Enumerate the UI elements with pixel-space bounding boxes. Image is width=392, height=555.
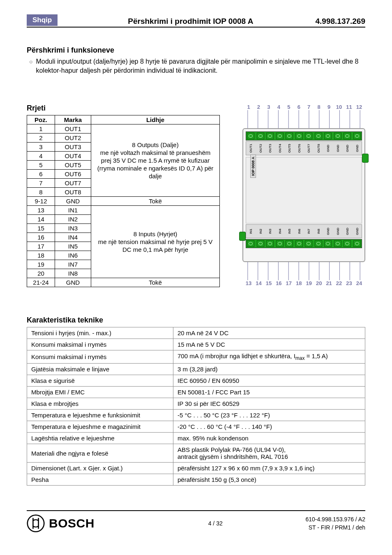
side-connector-left — [239, 232, 246, 241]
document-title: Përshkrimi i prodhimit IOP 0008 A — [66, 17, 315, 26]
table-row: Temperatura e lejueshme e funksionimit-5… — [27, 410, 365, 421]
brand-logo: BOSCH — [27, 514, 125, 532]
function-bullet: ○ Moduli input/output (dalje/hyrje) jep … — [29, 57, 365, 75]
module-body: IOP 0008 A — [246, 157, 362, 223]
table-row: Konsumi maksimal i rrymës15 mA në 5 V DC — [27, 339, 365, 350]
table-row: Klasa e mbrojtjesIP 30 si për IEC 60529 — [27, 398, 365, 410]
page-number: 4 / 32 — [125, 520, 305, 527]
footer-meta: 610-4.998.153.976 / A2 ST - FIR / PRM1 /… — [305, 515, 365, 532]
table-row: Lagështia relative e lejueshmemax. 95% n… — [27, 433, 365, 444]
table-row: Temperatura e lejueshme e magazinimit-20… — [27, 421, 365, 433]
connection-table: Poz. Marka Lidhje 1OUT18 Outputs (Dalje)… — [27, 115, 220, 287]
table-row: Peshapërafërsisht 150 g (5,3 oncë) — [27, 474, 365, 486]
table-row: Materiali dhe ngjyra e folesëABS plastik… — [27, 444, 365, 463]
section-network-heading: Rrjeti — [27, 104, 220, 113]
language-tag: Shqip — [27, 14, 58, 26]
table-row: Mbrojtja EMI / EMCEN 50081-1 / FCC Part … — [27, 387, 365, 398]
chip-label: IOP 0008 A — [250, 154, 256, 178]
bottom-pin-numbers: 131415161718192021222324 — [242, 280, 365, 286]
page-footer: BOSCH 4 / 32 610-4.998.153.976 / A2 ST -… — [27, 510, 365, 532]
function-text: Moduli input/output (dalje/hyrje) jep 8 … — [36, 57, 365, 75]
module-box: OUT1OUT2OUT3OUT4OUT5OUT6OUT7OUT8GNDGNDGN… — [242, 128, 365, 262]
module-diagram: 123456789101112 OUT1OUT2OUT3OUT4OUT5OUT6… — [242, 104, 365, 286]
section-specs-heading: Karakteristika teknike — [27, 316, 365, 325]
outputs-description: 8 Outputs (Dalje)me një voltazh maksimal… — [91, 124, 220, 197]
top-lead-lines — [242, 110, 365, 128]
top-terminal-block — [246, 131, 362, 140]
table-row: Tensioni i hyrjes (min. - max.)20 mA në … — [27, 327, 365, 339]
table-row: 1OUT18 Outputs (Dalje)me një voltazh mak… — [27, 124, 220, 134]
top-pin-labels: OUT1OUT2OUT3OUT4OUT5OUT6OUT7OUT8GNDGNDGN… — [246, 141, 362, 155]
specs-table: Tensioni i hyrjes (min. - max.)20 mA në … — [27, 327, 365, 486]
top-pin-numbers: 123456789101112 — [242, 104, 365, 110]
bottom-lead-lines — [242, 262, 365, 280]
footer-meta-1: 610-4.998.153.976 / A2 — [305, 515, 365, 523]
table-row: Gjatësia maksimale e linjave3 m (3,28 ja… — [27, 364, 365, 375]
bottom-terminal-block — [246, 239, 362, 248]
table-row: Konsumi maksimal i rrymës700 mA (i mbroj… — [27, 350, 365, 364]
table-row: 21-24GNDTokë — [27, 278, 220, 287]
side-connector-right — [362, 154, 369, 163]
bosch-icon — [27, 514, 45, 532]
document-number: 4.998.137.269 — [315, 17, 365, 26]
table-row: 9-12GNDTokë — [27, 197, 220, 206]
bullet-icon: ○ — [29, 57, 32, 66]
page-header: Shqip Përshkrimi i prodhimit IOP 0008 A … — [27, 14, 365, 28]
col-brand: Marka — [55, 115, 91, 124]
inputs-description: 8 Inputs (Hyrjet)me një tension maksimal… — [91, 206, 220, 278]
brand-name: BOSCH — [49, 516, 95, 530]
bottom-pin-labels: IN1IN2IN3IN4IN5IN6IN7IN8GNDGNDGNDGND — [246, 224, 362, 238]
table-row: Klasa e sigurisëIEC 60950 / EN 60950 — [27, 375, 365, 387]
table-row: Dimensionet (Lart. x Gjer. x Gjat.)përaf… — [27, 463, 365, 474]
col-pos: Poz. — [27, 115, 55, 124]
section-functions-heading: Përshkrimi i funksioneve — [27, 46, 365, 55]
table-row: 13IN18 Inputs (Hyrjet)me një tension mak… — [27, 206, 220, 215]
footer-meta-2: ST - FIR / PRM1 / deh — [305, 523, 365, 532]
svg-point-24 — [28, 515, 44, 532]
col-conn: Lidhje — [91, 115, 220, 124]
